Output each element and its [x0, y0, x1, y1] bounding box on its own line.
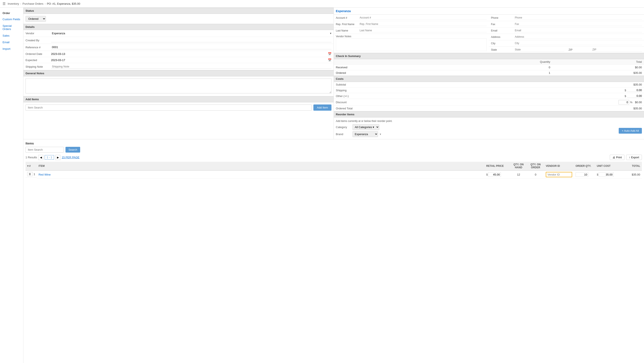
per-page-link[interactable]: 15 PER PAGE [62, 156, 80, 159]
content: Status Ordered Received Pending Cancelle… [24, 8, 644, 363]
vendor-row: Vendor Esperanza ▾ [24, 30, 334, 37]
right-column: Esperanza Account # Phone Rep. First Nam [334, 8, 644, 139]
general-notes-textarea[interactable] [26, 79, 332, 93]
reorder-category-row: Category All Categories ▾ Wine Beer Spir… [336, 124, 381, 130]
reorder-category-select[interactable]: All Categories ▾ Wine Beer Spirits [352, 124, 379, 130]
retail-price-symbol: $ [486, 173, 488, 176]
last-name-row: Last Name [334, 28, 489, 34]
other-input[interactable] [627, 94, 642, 98]
sidebar-item-email[interactable]: Email [0, 39, 23, 46]
status-select[interactable]: Ordered Received Pending Cancelled [26, 16, 46, 22]
shipping-note-input[interactable] [51, 65, 332, 69]
row-unit-cost: $ [595, 170, 623, 179]
discount-percent-symbol: % [630, 101, 632, 104]
items-table-header-row: ▾ # ITEM RETAIL PRICE QTY. ON HAND QTY. … [26, 162, 642, 170]
item-link[interactable]: Red Wine [38, 173, 50, 176]
address-row: Address [489, 34, 644, 40]
ordered-date-input[interactable] [51, 52, 328, 56]
auto-add-all-button[interactable]: + Auto Add All [619, 128, 642, 134]
sidebar-item-sales[interactable]: Sales [0, 32, 23, 39]
expected-input[interactable] [51, 59, 328, 62]
zip-row: ZIP [566, 47, 644, 53]
col-qty-hand-header: QTY. ON HAND [510, 162, 527, 170]
prev-page-button[interactable]: ◀ [38, 155, 43, 160]
checkin-received-total: $0.00 [552, 65, 644, 70]
add-items-header: Add Items [24, 96, 334, 102]
col-total-header: TOTAL [623, 162, 642, 170]
vendor-id-input[interactable] [546, 172, 572, 177]
items-search-input[interactable] [26, 147, 64, 153]
row-vendor-id [544, 170, 574, 179]
items-search-button[interactable]: Search [66, 147, 80, 153]
vendor-fields-top: Account # Phone Rep. First Name Fax [334, 15, 644, 34]
last-name-input[interactable] [359, 29, 487, 32]
col-unit-cost-header: UNIT COST [595, 162, 623, 170]
ordered-date-calendar-icon[interactable]: 📅 [328, 52, 332, 56]
delete-item-button[interactable]: 🗑 [27, 172, 33, 176]
export-button[interactable]: ↑ Export [626, 155, 642, 160]
discount-row: Discount % $0.00 [334, 99, 644, 106]
discount-number-input[interactable] [618, 100, 629, 105]
breadcrumb-purchase-orders[interactable]: Purchase Orders [22, 2, 43, 5]
discount-label: Discount [336, 101, 347, 104]
vendor-info-section: Esperanza Account # Phone Rep. First Nam [334, 8, 644, 53]
ordered-total-label: Ordered Total [336, 107, 353, 110]
rep-first-label: Rep. First Name [336, 23, 359, 26]
reorder-brand-row: Brand Esperanza ▾ [336, 131, 381, 137]
hamburger-icon[interactable]: ☰ [2, 2, 6, 6]
subtotal-value: $35.00 [633, 83, 642, 86]
results-count: 1 Results [26, 156, 37, 159]
vendor-row-inner: Esperanza ▾ [51, 31, 332, 35]
state-input[interactable] [514, 48, 564, 52]
main-layout: Order Custom Fields Special Orders Sales… [0, 8, 644, 363]
other-row: Other (+/-) $ [334, 93, 644, 99]
phone-input[interactable] [514, 16, 642, 20]
expected-calendar-icon[interactable]: 📅 [328, 58, 332, 62]
reference-input[interactable] [51, 45, 332, 49]
vendor-select[interactable]: Esperanza [51, 31, 330, 35]
col-order-qty-header: ORDER QTY. [574, 162, 595, 170]
status-section: Ordered Received Pending Cancelled [24, 14, 334, 24]
vendor-notes-textarea[interactable] [336, 38, 487, 51]
shipping-label: Shipping [336, 89, 625, 92]
items-title: Items [26, 142, 642, 145]
order-qty-input[interactable] [576, 172, 588, 177]
checkin-ordered-label: Ordered [334, 70, 448, 76]
sidebar-item-import[interactable]: Import [0, 46, 23, 52]
email-label: Email [491, 29, 514, 32]
top-nav: ☰ Inventory › Purchase Orders › PO: #1, … [0, 0, 644, 8]
created-by-row: Created By [24, 37, 334, 44]
city-input[interactable] [514, 42, 642, 45]
reorder-brand-select[interactable]: Esperanza [352, 131, 378, 137]
rep-first-input[interactable] [359, 22, 487, 26]
sidebar-item-special-orders[interactable]: Special Orders [0, 23, 23, 32]
add-items-search-input[interactable] [26, 105, 312, 111]
retail-price-input[interactable] [488, 172, 501, 177]
breadcrumb-inventory[interactable]: Inventory [8, 2, 19, 5]
vendor-title: Esperanza [334, 8, 644, 15]
address-input[interactable] [514, 35, 642, 39]
row-qty-hand: 12 [510, 170, 527, 179]
add-item-button[interactable]: Add Item [314, 105, 331, 111]
reference-row: Reference # [24, 44, 334, 51]
reorder-section: Add items currently at or below their re… [334, 117, 644, 139]
row-qty-order: 0 [527, 170, 544, 179]
fax-input[interactable] [514, 22, 642, 26]
created-by-input[interactable] [51, 38, 332, 42]
shipping-input[interactable] [627, 89, 642, 92]
state-row: State [489, 47, 566, 53]
account-input[interactable] [359, 16, 487, 20]
address-label: Address [491, 36, 514, 39]
next-page-button[interactable]: ▶ [55, 155, 60, 160]
email-input[interactable] [514, 29, 642, 32]
print-button[interactable]: 🖨 Print [610, 155, 624, 160]
table-row: 🗑 1 Red Wine $ 12 0 $ $35.00 [26, 170, 642, 179]
sidebar-item-custom-fields[interactable]: Custom Fields [0, 16, 23, 23]
unit-cost-input[interactable] [599, 172, 614, 177]
account-label: Account # [336, 16, 359, 19]
zip-input[interactable] [592, 48, 642, 52]
details-section: Vendor Esperanza ▾ Created By Ref [24, 30, 334, 70]
col-qty-order-header: QTY. ON ORDER [527, 162, 544, 170]
reference-label: Reference # [26, 46, 51, 49]
discount-inputs: % $0.00 [618, 100, 642, 105]
